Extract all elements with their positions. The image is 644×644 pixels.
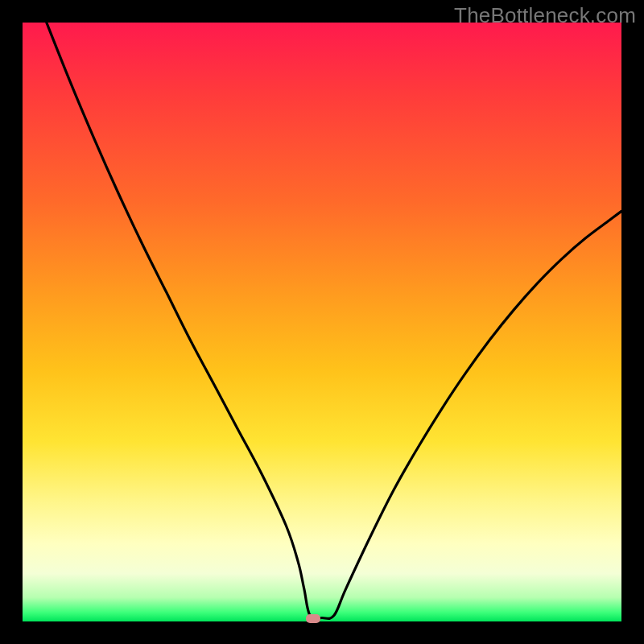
chart-frame: TheBottleneck.com	[0, 0, 644, 644]
curve-svg	[23, 23, 621, 621]
bottleneck-curve-path	[47, 23, 621, 618]
minimum-marker	[306, 614, 320, 623]
plot-area	[23, 23, 621, 621]
